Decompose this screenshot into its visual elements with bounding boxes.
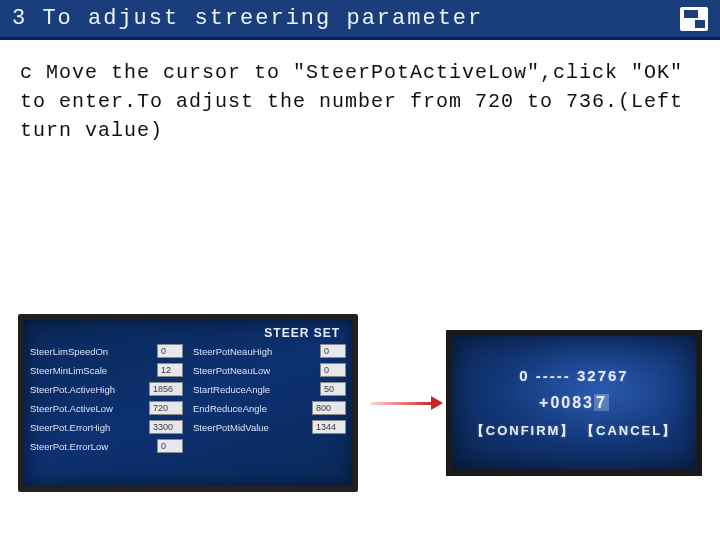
panels-row: STEER SET SteerLimSpeedOn 0 SteerMinLimS… (18, 314, 702, 492)
param-row[interactable]: SteerMinLimScale 12 (30, 363, 183, 377)
arrow-icon (358, 402, 446, 405)
param-label: SteerMinLimScale (30, 365, 157, 376)
steer-set-title: STEER SET (30, 326, 340, 340)
param-value[interactable]: 3300 (149, 420, 183, 434)
param-value[interactable]: 0 (157, 344, 183, 358)
param-label: EndReduceAngle (193, 403, 312, 414)
param-value[interactable]: 0 (320, 363, 346, 377)
param-label: SteerPotNeauLow (193, 365, 320, 376)
param-row[interactable]: EndReduceAngle 800 (193, 401, 346, 415)
steer-set-panel: STEER SET SteerLimSpeedOn 0 SteerMinLimS… (18, 314, 358, 492)
param-value[interactable]: 1856 (149, 382, 183, 396)
param-label: SteerPot.ActiveLow (30, 403, 149, 414)
brand-logo-icon (680, 7, 708, 31)
param-col-right: SteerPotNeauHigh 0 SteerPotNeauLow 0 Sta… (193, 344, 346, 458)
cancel-button[interactable]: 【CANCEL】 (581, 423, 677, 438)
param-row[interactable]: SteerPotMidValue 1344 (193, 420, 346, 434)
param-row[interactable]: SteerPot.ActiveHigh 1856 (30, 382, 183, 396)
range-max: 32767 (577, 367, 629, 384)
param-value[interactable]: 800 (312, 401, 346, 415)
param-row[interactable]: SteerPot.ActiveLow 720 (30, 401, 183, 415)
param-row[interactable]: SteerPot.ErrorHigh 3300 (30, 420, 183, 434)
param-row[interactable]: SteerLimSpeedOn 0 (30, 344, 183, 358)
param-label: SteerLimSpeedOn (30, 346, 157, 357)
param-label: SteerPot.ErrorHigh (30, 422, 149, 433)
param-row[interactable]: StartReduceAngle 50 (193, 382, 346, 396)
param-label: StartReduceAngle (193, 384, 320, 395)
value-edit-panel: 0 ----- 32767 +00837 【CONFIRM】 【CANCEL】 (446, 330, 702, 476)
confirm-button[interactable]: 【CONFIRM】 (471, 423, 576, 438)
slide-title: 3 To adjust streering parameter (12, 6, 483, 31)
instruction-text: c Move the cursor to "SteerPotActiveLow"… (0, 40, 720, 145)
range-separator: ----- (536, 367, 571, 384)
range-line: 0 ----- 32767 (519, 367, 628, 384)
param-value[interactable]: 1344 (312, 420, 346, 434)
param-row[interactable]: SteerPot.ErrorLow 0 (30, 439, 183, 453)
param-row[interactable]: SteerPotNeauHigh 0 (193, 344, 346, 358)
param-row[interactable]: SteerPotNeauLow 0 (193, 363, 346, 377)
edit-value[interactable]: +00837 (539, 394, 609, 412)
param-value[interactable]: 0 (320, 344, 346, 358)
param-value[interactable]: 0 (157, 439, 183, 453)
param-value[interactable]: 12 (157, 363, 183, 377)
slide-header: 3 To adjust streering parameter (0, 0, 720, 40)
edit-value-prefix: +0083 (539, 394, 594, 411)
param-label: SteerPotMidValue (193, 422, 312, 433)
edit-buttons: 【CONFIRM】 【CANCEL】 (471, 422, 677, 440)
param-label: SteerPotNeauHigh (193, 346, 320, 357)
param-label: SteerPot.ActiveHigh (30, 384, 149, 395)
param-value[interactable]: 720 (149, 401, 183, 415)
param-value[interactable]: 50 (320, 382, 346, 396)
edit-value-selected-digit[interactable]: 7 (594, 394, 609, 411)
param-label: SteerPot.ErrorLow (30, 441, 157, 452)
param-col-left: SteerLimSpeedOn 0 SteerMinLimScale 12 St… (30, 344, 183, 458)
range-min: 0 (519, 367, 529, 384)
